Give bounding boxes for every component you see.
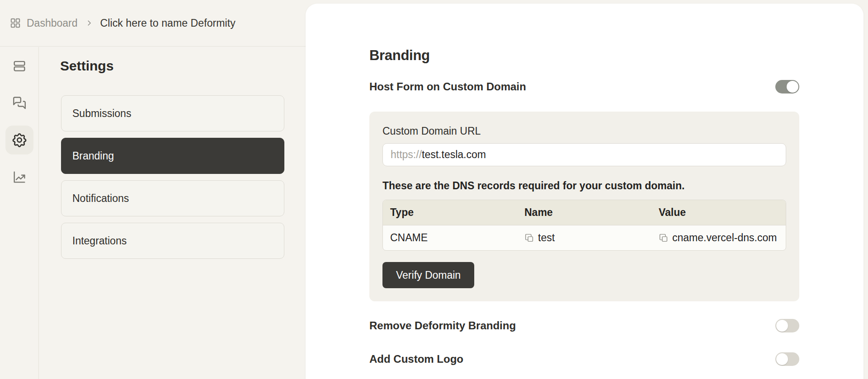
host-form-label: Host Form on Custom Domain — [369, 80, 526, 93]
copy-name-button[interactable] — [524, 233, 534, 243]
sidebar-item-settings[interactable] — [5, 126, 33, 154]
sidebar-item-messages[interactable] — [5, 89, 33, 117]
dns-name-value: test — [538, 232, 555, 244]
remove-branding-label: Remove Deformity Branding — [369, 319, 516, 332]
grid-icon — [9, 17, 21, 29]
sidebar-item-fields[interactable] — [5, 51, 33, 80]
remove-branding-row: Remove Deformity Branding — [369, 319, 799, 332]
host-form-toggle[interactable] — [775, 80, 799, 94]
dns-table-row: CNAME test — [383, 225, 786, 250]
dns-note: These are the DNS records required for y… — [382, 180, 786, 192]
dns-value-value: cname.vercel-dns.com — [672, 232, 777, 244]
settings-nav-submissions[interactable]: Submissions — [61, 95, 284, 131]
custom-logo-label: Add Custom Logo — [369, 353, 463, 365]
settings-panel: Settings Submissions Branding Notificati… — [39, 47, 306, 259]
dns-cell-type: CNAME — [383, 225, 517, 250]
custom-domain-url-label: Custom Domain URL — [382, 125, 786, 137]
custom-domain-panel: Custom Domain URL https:// test.tesla.co… — [369, 112, 799, 301]
settings-nav: Submissions Branding Notifications Integ… — [61, 95, 284, 259]
dns-table-header: Type Name Value — [383, 200, 786, 225]
host-form-row: Host Form on Custom Domain — [369, 80, 799, 94]
chat-icon — [12, 95, 27, 111]
breadcrumb-dashboard-link[interactable]: Dashboard — [27, 17, 78, 29]
dns-records-table: Type Name Value CNAME — [382, 200, 786, 251]
settings-heading: Settings — [60, 58, 306, 74]
chevron-right-icon — [85, 19, 93, 27]
branding-settings-card: Branding Host Form on Custom Domain Cust… — [306, 4, 863, 379]
url-prefix: https:// — [391, 149, 422, 161]
toggle-knob — [776, 320, 788, 332]
custom-domain-input[interactable]: https:// test.tesla.com — [382, 143, 786, 166]
dns-type-value: CNAME — [390, 232, 428, 244]
dns-header-name: Name — [517, 200, 651, 225]
dns-header-value: Value — [651, 200, 786, 225]
gear-icon — [11, 132, 28, 148]
toggle-knob — [787, 81, 798, 93]
remove-branding-toggle[interactable] — [775, 319, 799, 332]
settings-nav-notifications[interactable]: Notifications — [61, 180, 284, 216]
form-name-title[interactable]: Click here to name Deformity — [100, 17, 236, 29]
custom-logo-row: Add Custom Logo — [369, 352, 799, 366]
url-value: test.tesla.com — [422, 149, 486, 161]
copy-value-button[interactable] — [659, 233, 668, 243]
chart-icon — [12, 169, 27, 185]
settings-nav-branding[interactable]: Branding — [61, 138, 284, 174]
icon-rail — [0, 47, 39, 379]
verify-domain-button[interactable]: Verify Domain — [382, 262, 474, 288]
dns-cell-name: test — [517, 225, 651, 250]
breadcrumb: Dashboard Click here to name Deformity — [0, 0, 306, 47]
dns-header-type: Type — [383, 200, 517, 225]
rows-icon — [12, 58, 27, 74]
settings-nav-integrations[interactable]: Integrations — [61, 223, 284, 259]
toggle-knob — [776, 353, 788, 365]
sidebar-item-analytics[interactable] — [5, 163, 33, 192]
custom-logo-toggle[interactable] — [775, 352, 799, 366]
page-title: Branding — [369, 47, 799, 64]
dns-cell-value: cname.vercel-dns.com — [651, 225, 786, 250]
